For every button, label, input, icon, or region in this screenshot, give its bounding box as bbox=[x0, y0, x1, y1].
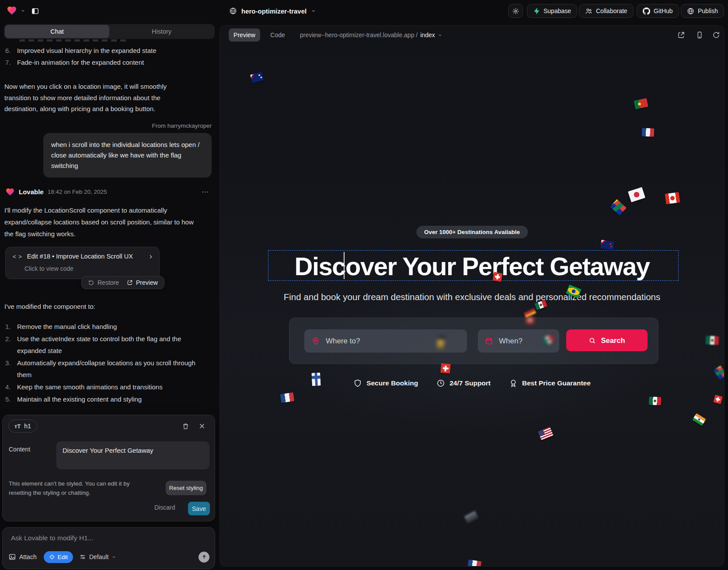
default-mode-selector[interactable]: Default bbox=[79, 553, 116, 560]
collaborate-label: Collaborate bbox=[596, 7, 627, 14]
tab-preview[interactable]: Preview bbox=[229, 28, 260, 42]
assistant-name: Lovable bbox=[19, 188, 44, 196]
list-item: 5. Maintain all the existing content and… bbox=[5, 393, 208, 405]
save-button[interactable]: Save bbox=[188, 502, 210, 515]
when-input[interactable]: When? bbox=[478, 329, 559, 353]
attach-label: Attach bbox=[19, 553, 37, 560]
feature-label: Secure Booking bbox=[366, 379, 418, 387]
clipped-list-row bbox=[19, 39, 129, 42]
publish-button[interactable]: Publish bbox=[681, 4, 724, 18]
list-number: 5. bbox=[5, 393, 17, 405]
content-textarea[interactable]: Discover Your Perfect Getaway bbox=[56, 441, 209, 469]
open-in-new-window-button[interactable] bbox=[677, 31, 685, 39]
delete-element-button[interactable] bbox=[181, 422, 190, 430]
chevron-down-icon bbox=[21, 8, 25, 13]
preview-version-button[interactable]: Preview bbox=[127, 279, 158, 286]
text-cursor bbox=[344, 252, 345, 279]
list-text: Use the activeIndex state to control bot… bbox=[17, 333, 208, 357]
restore-icon bbox=[88, 280, 94, 286]
where-input[interactable]: Where to? bbox=[304, 329, 467, 353]
send-button[interactable] bbox=[199, 552, 209, 563]
chat-history-tabs: Chat History bbox=[4, 24, 215, 39]
list-item: 7. Fade-in animation for the expanded co… bbox=[5, 58, 208, 67]
target-icon bbox=[49, 554, 55, 560]
styling-note-text: This element can't be styled. You can ed… bbox=[9, 479, 150, 497]
search-icon bbox=[589, 337, 596, 344]
assistant-paragraph: Now when you click on a location image, … bbox=[4, 81, 194, 115]
publish-globe-icon bbox=[687, 7, 694, 15]
tab-chat[interactable]: Chat bbox=[5, 25, 109, 38]
search-button[interactable]: Search bbox=[566, 329, 648, 351]
restore-label: Restore bbox=[98, 279, 119, 286]
mobile-view-button[interactable] bbox=[696, 31, 704, 39]
user-message-bubble: when i scroll into the individual locati… bbox=[43, 133, 212, 178]
award-icon bbox=[509, 379, 518, 388]
collaborate-button[interactable]: Collaborate bbox=[579, 4, 634, 18]
chat-input[interactable]: Ask Lovable to modify H1... bbox=[11, 534, 94, 542]
project-name: hero-optimizer-travel bbox=[241, 7, 307, 15]
image-attach-icon bbox=[8, 553, 16, 561]
url-page: index bbox=[420, 31, 435, 38]
edit-label: Edit bbox=[58, 554, 68, 560]
supabase-button[interactable]: Supabase bbox=[527, 4, 577, 18]
tab-code[interactable]: Code bbox=[269, 28, 286, 42]
github-button[interactable]: GitHub bbox=[637, 4, 679, 18]
chevron-down-icon bbox=[438, 33, 442, 38]
chevron-down-icon bbox=[311, 8, 316, 14]
assistant-message-header: Lovable 18:42 on Feb 20, 2025 ⋯ bbox=[5, 187, 214, 196]
list-text: Automatically expand/collapse locations … bbox=[17, 357, 208, 381]
sidebar-panel-icon bbox=[31, 7, 39, 15]
edit-card-subtitle: Click to view code bbox=[24, 265, 73, 272]
clock-icon bbox=[436, 379, 445, 388]
list-text: Maintain all the existing content and st… bbox=[17, 393, 208, 405]
hero-subtitle[interactable]: Find and book your dream destination wit… bbox=[220, 292, 724, 302]
feature-secure-booking: Secure Booking bbox=[353, 379, 418, 388]
list-text: Keep the same smooth animations and tran… bbox=[17, 381, 208, 393]
more-options-icon[interactable]: ⋯ bbox=[202, 188, 209, 196]
close-editor-button[interactable] bbox=[198, 422, 206, 430]
when-placeholder: When? bbox=[499, 337, 522, 346]
sidebar-toggle-button[interactable] bbox=[28, 4, 42, 18]
lovable-logo-menu[interactable] bbox=[6, 5, 25, 16]
feature-support: 24/7 Support bbox=[436, 379, 491, 388]
list-number: 4. bbox=[5, 381, 17, 393]
text-type-icon: тT bbox=[14, 423, 21, 430]
location-pin-icon bbox=[311, 337, 320, 346]
list-number: 3. bbox=[5, 357, 17, 381]
element-tag-pill[interactable]: тT h1 bbox=[8, 420, 37, 433]
lovable-heart-icon bbox=[5, 187, 15, 196]
refresh-button[interactable] bbox=[712, 31, 720, 39]
preview-url[interactable]: preview--hero-optimizer-travel.lovable.a… bbox=[300, 31, 442, 38]
project-selector[interactable]: hero-optimizer-travel bbox=[229, 4, 316, 18]
search-card: Where to? When? Search bbox=[289, 318, 658, 364]
settings-button[interactable] bbox=[508, 4, 523, 18]
where-placeholder: Where to? bbox=[326, 337, 360, 346]
restore-button[interactable]: Restore bbox=[88, 279, 119, 286]
assistant-intro-text: I'll modify the LocationScroll component… bbox=[4, 204, 194, 240]
shield-icon bbox=[353, 379, 362, 388]
trash-icon bbox=[182, 423, 189, 430]
lovable-heart-icon bbox=[6, 5, 17, 16]
reset-styling-button[interactable]: Reset styling bbox=[166, 481, 206, 495]
preview-panel: Preview Code preview--hero-optimizer-tra… bbox=[219, 25, 725, 567]
list-text: Fade-in animation for the expanded conte… bbox=[17, 58, 208, 67]
list-text: Improved visual hierarchy in the expande… bbox=[17, 46, 208, 55]
h1-selection-outline bbox=[268, 250, 679, 281]
preview-header: Preview Code preview--hero-optimizer-tra… bbox=[220, 26, 724, 44]
list-number: 7. bbox=[5, 58, 17, 67]
edit-version-card[interactable]: < > Edit #18 • Improve Location Scroll U… bbox=[5, 247, 160, 279]
topbar: hero-optimizer-travel Supabase bbox=[0, 0, 728, 22]
tab-history[interactable]: History bbox=[109, 25, 214, 38]
external-link-icon bbox=[127, 280, 133, 286]
list-item: 3. Automatically expand/collapse locatio… bbox=[5, 357, 208, 381]
list-number: 6. bbox=[5, 46, 17, 55]
calendar-icon bbox=[485, 337, 493, 345]
arrow-up-icon bbox=[201, 554, 207, 560]
message-author-label: From harrymckayroper bbox=[152, 122, 212, 129]
discard-button[interactable]: Discard bbox=[154, 504, 175, 511]
edit-mode-button[interactable]: Edit bbox=[44, 551, 73, 563]
attach-button[interactable]: Attach bbox=[8, 553, 37, 561]
github-icon bbox=[643, 7, 650, 15]
github-label: GitHub bbox=[654, 7, 673, 14]
code-icon: < > bbox=[13, 253, 22, 260]
